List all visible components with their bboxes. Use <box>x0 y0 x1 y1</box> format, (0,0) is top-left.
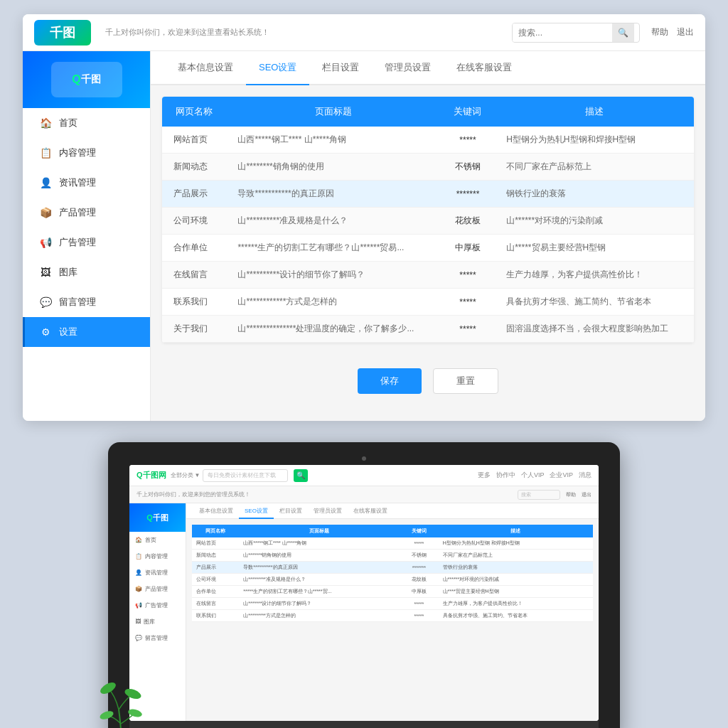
ad-icon: 📢 <box>39 236 52 249</box>
sidebar-item-content[interactable]: 📋 内容管理 <box>23 138 150 168</box>
cell-desc-6: 具备抗剪才华强、施工简约、节省老本 <box>495 289 694 316</box>
gallery-icon: 🖼 <box>39 266 52 279</box>
sidebar-item-home[interactable]: 🏠 首页 <box>23 108 150 138</box>
header-logo: 千图 <box>34 20 91 46</box>
sidebar-logo: Q千图 <box>51 62 122 97</box>
screen-cell-keywords-3: 花纹板 <box>400 574 439 586</box>
table-row: 产品展示 导致***********的真正原因 ******* 钢铁行业的衰落 <box>162 181 694 208</box>
product-icon: 📦 <box>39 206 52 219</box>
header-welcome: 千上对你叫你们，欢迎来到这里查看站长系统！ <box>91 27 512 38</box>
cell-title-6: 山************方式是怎样的 <box>226 289 440 316</box>
sidebar-label-info: 资讯管理 <box>59 176 96 189</box>
cell-keywords-3: 花纹板 <box>441 208 495 235</box>
cell-title-4: ******生产的切割工艺有哪些？山******贸易... <box>226 235 440 262</box>
tab-service[interactable]: 在线客服设置 <box>444 51 525 85</box>
laptop-outer: Q千图网 全部分类▼ 每日免费设计素材任意下载 🔍 更多 协作中 个人VIP <box>108 442 620 728</box>
screen-cell-keywords-2: ******* <box>400 562 439 574</box>
screen-nav-icons: 更多 协作中 个人VIP 企业VIP 消息 <box>478 471 592 480</box>
cell-name-1: 新闻动态 <box>162 154 226 181</box>
table-row: 联系我们 山************方式是怎样的 ***** 具备抗剪才华强、施… <box>162 289 694 316</box>
help-link[interactable]: 帮助 <box>651 26 668 38</box>
laptop-screen: Q千图网 全部分类▼ 每日免费设计素材任意下载 🔍 更多 协作中 个人VIP <box>129 465 599 721</box>
screen-nav-message[interactable]: 💬留言管理 <box>129 630 186 646</box>
screen-tab-basic[interactable]: 基本信息设置 <box>193 503 239 519</box>
cell-keywords-4: 中厚板 <box>441 235 495 262</box>
sidebar-item-settings[interactable]: ⚙ 设置 <box>23 317 150 347</box>
screen-nav-product[interactable]: 📦产品管理 <box>129 581 186 597</box>
cell-name-6: 联系我们 <box>162 289 226 316</box>
screen-nav-home[interactable]: 🏠首页 <box>129 532 186 548</box>
cell-name-7: 关于我们 <box>162 316 226 343</box>
screen-search-bar[interactable]: 每日免费设计素材任意下载 <box>203 469 288 482</box>
screen-search-button[interactable]: 🔍 <box>294 469 308 482</box>
tab-column[interactable]: 栏目设置 <box>309 51 372 85</box>
cell-keywords-7: ***** <box>441 316 495 343</box>
screen-cell-title-2: 导数**********的真正原因 <box>239 562 400 574</box>
cell-title-0: 山西*****钢工**** 山*****角钢 <box>226 127 440 154</box>
sidebar-item-product[interactable]: 📦 产品管理 <box>23 198 150 228</box>
screen-col-title: 页面标题 <box>239 525 400 537</box>
header-search-input[interactable] <box>513 23 612 42</box>
save-button[interactable]: 保存 <box>358 368 422 394</box>
screen-table-row: 新闻动态 山*******销角钢的使用 不锈钢 不同厂家在产品标范上 <box>192 550 593 562</box>
seo-table: 网页名称 页面标题 关键词 描述 网站首页 山西*****钢工**** 山***… <box>162 97 694 343</box>
tab-basic[interactable]: 基本信息设置 <box>165 51 246 85</box>
svg-point-0 <box>99 680 118 696</box>
sidebar-label-settings: 设置 <box>59 326 77 338</box>
col-header-name: 网页名称 <box>162 97 226 127</box>
logout-link[interactable]: 退出 <box>677 26 694 38</box>
table-row: 合作单位 ******生产的切割工艺有哪些？山******贸易... 中厚板 山… <box>162 235 694 262</box>
screen-cell-name-2: 产品展示 <box>192 562 239 574</box>
laptop-camera <box>362 456 366 461</box>
sidebar-item-ad[interactable]: 📢 广告管理 <box>23 228 150 257</box>
content-icon: 📋 <box>39 146 52 159</box>
sidebar-item-gallery[interactable]: 🖼 图库 <box>23 257 150 287</box>
sidebar-label-gallery: 图库 <box>59 266 77 279</box>
screen-nav-ad[interactable]: 📢广告管理 <box>129 597 186 614</box>
screen-table-row: 在线留言 山*******设计的细节你了解吗？ ***** 生产力雄厚，为客户提… <box>192 598 593 610</box>
tab-admin[interactable]: 管理员设置 <box>372 51 444 85</box>
cell-name-0: 网站首页 <box>162 127 226 154</box>
screen-cell-keywords-0: ***** <box>400 537 439 550</box>
screen-cell-title-4: *****生产的切割工艺有哪些？山*****贸... <box>239 586 400 598</box>
table-row: 关于我们 山***************处理温度的确定，你了解多少... **… <box>162 316 694 343</box>
header-search-button[interactable]: 🔍 <box>612 23 634 42</box>
tab-seo[interactable]: SEO设置 <box>246 51 309 85</box>
cell-desc-3: 山******对环境的污染削减 <box>495 208 694 235</box>
header-bar: 千图 千上对你叫你们，欢迎来到这里查看站长系统！ 🔍 帮助 退出 <box>23 14 705 51</box>
screen-cell-name-6: 联系我们 <box>192 610 239 622</box>
screen-tab-column[interactable]: 栏目设置 <box>274 503 308 519</box>
svg-point-2 <box>99 710 114 721</box>
screen-nav-info[interactable]: 👤资讯管理 <box>129 564 186 581</box>
header-actions: 帮助 退出 <box>651 26 694 38</box>
sidebar-item-message[interactable]: 💬 留言管理 <box>23 287 150 317</box>
screen-table-row: 网站首页 山西*****钢工**** 山*****角钢 ***** H型钢分为热… <box>192 537 593 550</box>
table-row: 在线留言 山**********设计的细节你了解吗？ ***** 生产力雄厚，为… <box>162 262 694 289</box>
sidebar-logo-area: Q千图 <box>23 51 150 108</box>
cell-keywords-1: 不锈钢 <box>441 154 495 181</box>
screen-cell-name-5: 在线留言 <box>192 598 239 610</box>
sidebar-item-info[interactable]: 👤 资讯管理 <box>23 168 150 198</box>
screen-tab-seo[interactable]: SEO设置 <box>239 503 274 519</box>
screen-main: Q千图 🏠首页 📋内容管理 👤资讯管理 📦产品管理 <box>129 503 599 721</box>
cell-desc-0: H型钢分为热轧H型钢和焊接H型钢 <box>495 127 694 154</box>
sidebar: Q千图 🏠 首页 📋 内容管理 👤 资讯管理 📦 产品管理 📢 广告管 <box>23 51 151 421</box>
screen-cell-desc-4: 山****贸是主要经营H型钢 <box>439 586 593 598</box>
header-search-box[interactable]: 🔍 <box>512 23 640 43</box>
screen-nav-content[interactable]: 📋内容管理 <box>129 548 186 564</box>
content-area: 基本信息设置 SEO设置 栏目设置 管理员设置 在线客服设置 网页名称 页面标题… <box>151 51 705 421</box>
message-icon: 💬 <box>39 296 52 309</box>
screen-nav-gallery[interactable]: 🖼图库 <box>129 614 186 630</box>
cell-keywords-6: ***** <box>441 289 495 316</box>
info-icon: 👤 <box>39 176 52 189</box>
screen-seo-table: 网页名称 页面标题 关键词 描述 网站首页 山西*****钢工**** 山***… <box>192 525 593 622</box>
screen-sidebar-logo: Q千图 <box>129 503 186 532</box>
screen-cell-title-1: 山*******销角钢的使用 <box>239 550 400 562</box>
screen-cell-keywords-4: 中厚板 <box>400 586 439 598</box>
reset-button[interactable]: 重置 <box>433 368 498 394</box>
cell-desc-4: 山*****贸易主要经营H型钢 <box>495 235 694 262</box>
screen-tab-service[interactable]: 在线客服设置 <box>348 503 393 519</box>
cell-title-5: 山**********设计的细节你了解吗？ <box>226 262 440 289</box>
screen-tab-admin[interactable]: 管理员设置 <box>308 503 348 519</box>
action-row: 保存 重置 <box>151 354 705 408</box>
